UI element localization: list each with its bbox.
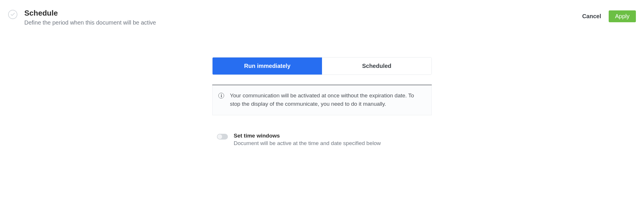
cancel-button[interactable]: Cancel — [582, 13, 601, 20]
page-title: Schedule — [24, 9, 156, 18]
svg-point-0 — [221, 94, 222, 95]
info-icon — [218, 93, 224, 99]
toggle-knob — [217, 134, 222, 139]
toggle-text-block: Set time windows Document will be active… — [234, 133, 381, 146]
content-area: Run immediately Scheduled Your communica… — [212, 57, 432, 146]
header-left: Schedule Define the period when this doc… — [8, 9, 156, 26]
header-actions: Cancel Apply — [582, 10, 636, 22]
time-windows-row: Set time windows Document will be active… — [212, 133, 432, 146]
toggle-title: Set time windows — [234, 133, 381, 139]
apply-button[interactable]: Apply — [609, 10, 636, 22]
tab-run-immediately[interactable]: Run immediately — [213, 57, 322, 75]
page-subtitle: Define the period when this document wil… — [24, 19, 156, 26]
page-header: Schedule Define the period when this doc… — [8, 9, 636, 26]
check-circle-icon — [8, 10, 17, 19]
info-box: Your communication will be activated at … — [212, 85, 432, 115]
svg-rect-1 — [221, 95, 222, 97]
info-text: Your communication will be activated at … — [230, 92, 426, 108]
schedule-tabs: Run immediately Scheduled — [212, 57, 432, 75]
toggle-subtitle: Document will be active at the time and … — [234, 140, 381, 146]
title-block: Schedule Define the period when this doc… — [24, 9, 156, 26]
time-windows-toggle[interactable] — [217, 134, 228, 140]
tab-scheduled[interactable]: Scheduled — [322, 57, 431, 75]
